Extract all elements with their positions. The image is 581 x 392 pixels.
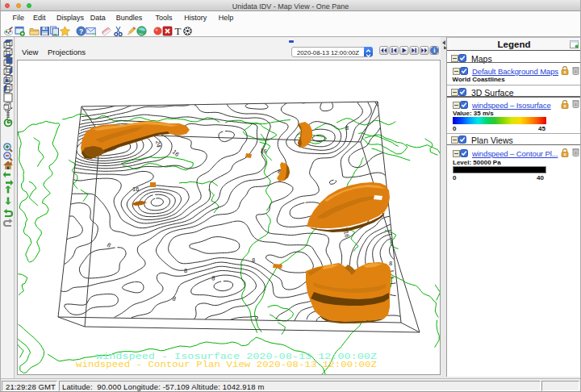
svg-text:16: 16: [171, 148, 181, 158]
svg-text:24: 24: [154, 140, 162, 148]
svg-text:windspeed - Contour Plan View: windspeed - Contour Plan View 2020-08-13…: [76, 361, 377, 369]
svg-text:?: ?: [78, 27, 82, 35]
svg-text:8: 8: [171, 294, 177, 302]
svg-text:8: 8: [345, 124, 349, 131]
svg-text:8: 8: [211, 274, 216, 282]
svg-text:8: 8: [389, 260, 392, 267]
svg-text:8: 8: [252, 256, 255, 264]
svg-text:16: 16: [260, 147, 268, 155]
svg-text:T: T: [174, 26, 181, 36]
svg-text:16: 16: [132, 186, 139, 193]
svg-text:8: 8: [184, 267, 187, 274]
